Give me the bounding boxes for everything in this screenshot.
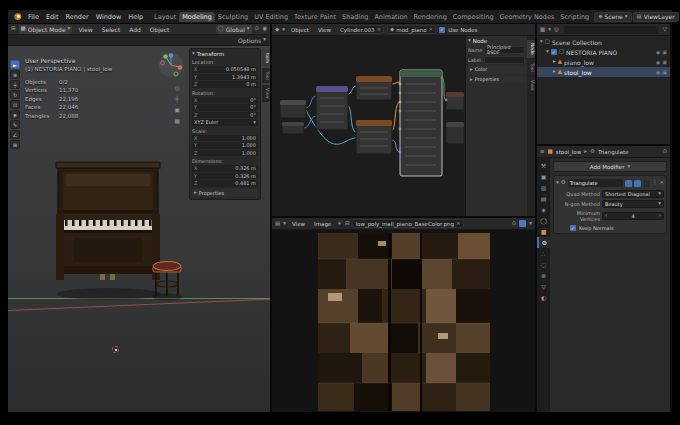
axis-gizmo[interactable]	[158, 52, 184, 78]
menu-add[interactable]: Add	[126, 26, 144, 33]
camera-icon[interactable]: ▣	[662, 69, 667, 75]
rotation-y-field[interactable]: Y0°	[192, 104, 258, 111]
pin-icon[interactable]: ⊙	[512, 221, 517, 227]
menu-image[interactable]: Image	[311, 221, 334, 227]
properties-section-header[interactable]: ▸ Properties	[192, 189, 258, 197]
scale-x-field[interactable]: X1.000	[192, 135, 258, 142]
scene-selector[interactable]: ◈ Scene ▾	[594, 12, 631, 22]
camera-view-icon[interactable]: ▣	[174, 106, 180, 113]
location-x-field[interactable]: X0.050548 m	[192, 66, 258, 73]
close-icon[interactable]: ×	[377, 27, 382, 33]
transform-panel-title[interactable]: ▾ Transform	[192, 51, 258, 57]
scale-y-field[interactable]: Y1.000	[192, 142, 258, 149]
menu-edit[interactable]: Edit	[43, 13, 62, 21]
quad-method-dropdown[interactable]: Shortest Diagonal ▾	[602, 190, 664, 198]
render-toggle[interactable]	[643, 180, 650, 187]
rotation-z-field[interactable]: Z0°	[192, 112, 258, 119]
location-y-field[interactable]: Y1.3943 m	[192, 74, 258, 81]
new-image-icon[interactable]: ∗	[337, 221, 342, 227]
properties-tab-view-layer[interactable]: ▤	[537, 193, 550, 204]
slot-selector[interactable]: Cylinder.003 ×	[337, 25, 384, 34]
perspective-toggle-icon[interactable]: ▦	[174, 117, 180, 124]
rotation-x-field[interactable]: X0°	[192, 97, 258, 104]
use-nodes-checkbox[interactable]: ✓	[439, 27, 445, 33]
menu-view[interactable]: View	[75, 26, 95, 33]
editor-type-icon[interactable]: ▦	[540, 27, 545, 33]
tab-scripting[interactable]: Scripting	[557, 12, 592, 22]
tab-sculpting[interactable]: Sculpting	[215, 12, 251, 22]
tool-select-box[interactable]: ►	[10, 60, 20, 69]
tab-animation[interactable]: Animation	[371, 12, 410, 22]
close-icon[interactable]: ×	[456, 221, 461, 227]
dimensions-y-field[interactable]: Y0.326 m	[192, 173, 258, 180]
menu-file[interactable]: File	[25, 13, 42, 21]
open-image-icon[interactable]: ⊟	[345, 221, 350, 227]
tool-transform[interactable]: ◈	[10, 110, 20, 119]
breadcrumb-modifier[interactable]: Triangulate	[598, 149, 629, 155]
tab-geometry-nodes[interactable]: Geometry Nodes	[497, 12, 558, 22]
tool-scale[interactable]: ⊡	[10, 100, 20, 109]
search-icon[interactable]: ◎	[554, 27, 559, 33]
tool-measure[interactable]: ∠	[10, 130, 20, 139]
add-modifier-button[interactable]: Add Modifier ▾	[553, 161, 667, 172]
close-icon[interactable]: ×	[659, 180, 664, 186]
extras-menu-icon[interactable]: ⋮	[652, 180, 658, 186]
snap-icon[interactable]: ⊙	[255, 26, 260, 32]
close-icon[interactable]: ×	[429, 27, 434, 33]
tool-cursor[interactable]: ⊕	[10, 70, 20, 79]
menu-window[interactable]: Window	[93, 13, 125, 21]
pin-icon[interactable]: ⊙	[662, 149, 667, 155]
node-name-field[interactable]: Principled BSDF	[484, 46, 525, 54]
eye-icon[interactable]: ◉	[656, 59, 660, 65]
menu-view[interactable]: View	[289, 221, 308, 227]
eye-icon[interactable]: ◉	[656, 69, 660, 75]
orientation-dropdown[interactable]: ◯ Global ▾	[216, 25, 252, 34]
properties-tab-output[interactable]: ▥	[537, 182, 550, 193]
pan-icon[interactable]: ┼	[174, 95, 180, 102]
node-label-field[interactable]	[484, 56, 525, 64]
sidebar-tab-tool[interactable]: Tool	[527, 60, 535, 75]
sidebar-tab-item[interactable]: Item	[262, 50, 270, 66]
sidebar-tab-view[interactable]: View	[262, 85, 270, 102]
outliner-row-stool-low[interactable]: ▸ ▲ stool_low ◉▣	[537, 67, 670, 77]
menu-view[interactable]: View	[315, 27, 334, 33]
properties-tab-material[interactable]: ◐	[537, 292, 550, 303]
properties-tab-world[interactable]: ◯	[537, 215, 550, 226]
edit-mode-toggle[interactable]	[625, 180, 632, 187]
realtime-toggle[interactable]	[634, 180, 641, 187]
view-layer-selector[interactable]: ▤ ViewLayer	[633, 12, 679, 22]
node-section-header[interactable]: ▾ Node	[468, 38, 525, 44]
sidebar-tab-view[interactable]: View	[527, 77, 535, 94]
filter-icon[interactable]: ▽	[663, 27, 667, 33]
decrement-icon[interactable]: ‹	[605, 213, 607, 219]
properties-tab-object[interactable]: ■	[537, 226, 550, 237]
outliner-search-input[interactable]	[564, 26, 658, 34]
tab-texture-paint[interactable]: Texture Paint	[291, 12, 339, 22]
image-editor-canvas[interactable]	[272, 230, 535, 412]
rotation-mode-dropdown[interactable]: XYZ Euler▾	[192, 119, 258, 126]
properties-tab-physics[interactable]: ◌	[537, 259, 550, 270]
proportional-edit-icon[interactable]: ◉	[262, 26, 267, 32]
tab-uv-editing[interactable]: UV Editing	[251, 12, 291, 22]
tab-compositing[interactable]: Compositing	[450, 12, 497, 22]
tab-rendering[interactable]: Rendering	[411, 12, 450, 22]
outliner-row-piano-low[interactable]: ▸ ▲ piano_low ◉▣	[537, 57, 670, 67]
image-name-field[interactable]: low_poly_mall_piano_BaseColor.png ×	[352, 219, 463, 228]
increment-icon[interactable]: ›	[659, 213, 661, 219]
tool-move[interactable]: ┼	[10, 80, 20, 89]
camera-icon[interactable]: ▣	[662, 59, 667, 65]
tab-shading[interactable]: Shading	[339, 12, 371, 22]
properties-tab-constraints[interactable]: ⊗	[537, 270, 550, 281]
keep-normals-checkbox[interactable]: ✓	[570, 225, 576, 231]
color-section-header[interactable]: ▸ Color	[468, 66, 525, 74]
properties-tab-modifiers[interactable]: ⚙	[537, 237, 550, 248]
modifier-name-field[interactable]: Triangulate	[568, 179, 623, 187]
location-z-field[interactable]: Z0 m	[192, 81, 258, 88]
editor-type-icon[interactable]: ≡	[540, 149, 545, 155]
menu-render[interactable]: Render	[62, 13, 91, 21]
tab-modeling[interactable]: Modeling	[179, 12, 215, 22]
outliner-row-scene-collection[interactable]: ▾ ▢ Scene Collection	[537, 37, 670, 47]
tool-rotate[interactable]: ↻	[10, 90, 20, 99]
properties-section-header[interactable]: ▸ Properties	[468, 76, 525, 84]
menu-select[interactable]: Select	[99, 26, 124, 33]
